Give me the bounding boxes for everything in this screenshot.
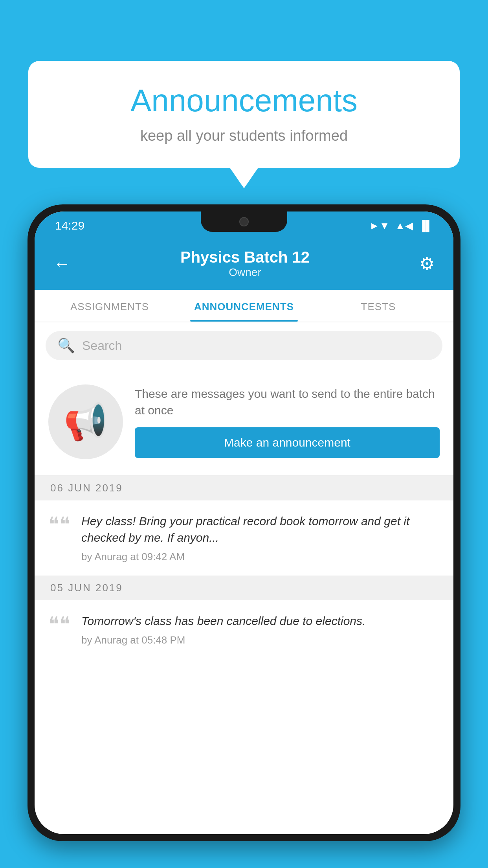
prompt-description: These are messages you want to send to t… [135, 386, 440, 419]
signal-bars: ▲◀ [395, 220, 413, 232]
back-button[interactable]: ← [53, 254, 71, 274]
front-camera [239, 217, 249, 226]
tab-assignments[interactable]: ASSIGNMENTS [42, 290, 177, 322]
announcement-prompt: 📢 These are messages you want to send to… [35, 369, 453, 476]
announcements-subtitle: keep all your students informed [52, 127, 436, 144]
battery-icon: ▐▌ [418, 220, 433, 232]
app-header: ← Physics Batch 12 Owner ⚙ [35, 240, 453, 290]
screen-content: 🔍 Search 📢 These are messages you want t… [35, 322, 453, 834]
phone-container: 14:29 ►▼ ▲◀ ▐▌ ← Physics Batch 12 Owner … [28, 204, 460, 868]
announcement-text-2: Tomorrow's class has been cancelled due … [81, 613, 440, 629]
phone-frame: 14:29 ►▼ ▲◀ ▐▌ ← Physics Batch 12 Owner … [28, 204, 460, 841]
quote-icon-2: ❝❝ [48, 614, 70, 635]
tabs-bar: ASSIGNMENTS ANNOUNCEMENTS TESTS [35, 290, 453, 322]
megaphone-icon: 📢 [64, 401, 108, 443]
speech-bubble: Announcements keep all your students inf… [28, 61, 460, 168]
announcement-content-1: Hey class! Bring your practical record b… [81, 513, 440, 563]
user-role: Owner [180, 266, 310, 279]
announcement-meta-1: by Anurag at 09:42 AM [81, 551, 440, 563]
wifi-icon: ►▼ [369, 220, 389, 232]
announcement-meta-2: by Anurag at 05:48 PM [81, 634, 440, 646]
search-bar-container: 🔍 Search [35, 322, 453, 369]
megaphone-circle: 📢 [48, 384, 123, 459]
speech-bubble-container: Announcements keep all your students inf… [28, 61, 460, 168]
phone-notch [201, 211, 287, 232]
tab-announcements[interactable]: ANNOUNCEMENTS [177, 290, 311, 322]
tab-tests[interactable]: TESTS [311, 290, 446, 322]
search-icon: 🔍 [57, 337, 75, 354]
header-center: Physics Batch 12 Owner [180, 248, 310, 279]
quote-icon-1: ❝❝ [48, 515, 70, 535]
phone-screen: 14:29 ►▼ ▲◀ ▐▌ ← Physics Batch 12 Owner … [35, 211, 453, 834]
status-icons: ►▼ ▲◀ ▐▌ [369, 220, 433, 232]
announcement-content-2: Tomorrow's class has been cancelled due … [81, 613, 440, 646]
batch-name: Physics Batch 12 [180, 248, 310, 266]
prompt-right: These are messages you want to send to t… [135, 386, 440, 458]
search-placeholder: Search [82, 338, 122, 353]
search-bar[interactable]: 🔍 Search [46, 331, 442, 360]
announcement-item-2[interactable]: ❝❝ Tomorrow's class has been cancelled d… [35, 600, 453, 659]
date-separator-2: 05 JUN 2019 [35, 576, 453, 600]
make-announcement-button[interactable]: Make an announcement [135, 427, 440, 458]
settings-button[interactable]: ⚙ [419, 254, 435, 274]
announcements-title: Announcements [52, 83, 436, 119]
announcement-item-1[interactable]: ❝❝ Hey class! Bring your practical recor… [35, 500, 453, 576]
announcement-text-1: Hey class! Bring your practical record b… [81, 513, 440, 546]
date-separator-1: 06 JUN 2019 [35, 476, 453, 500]
